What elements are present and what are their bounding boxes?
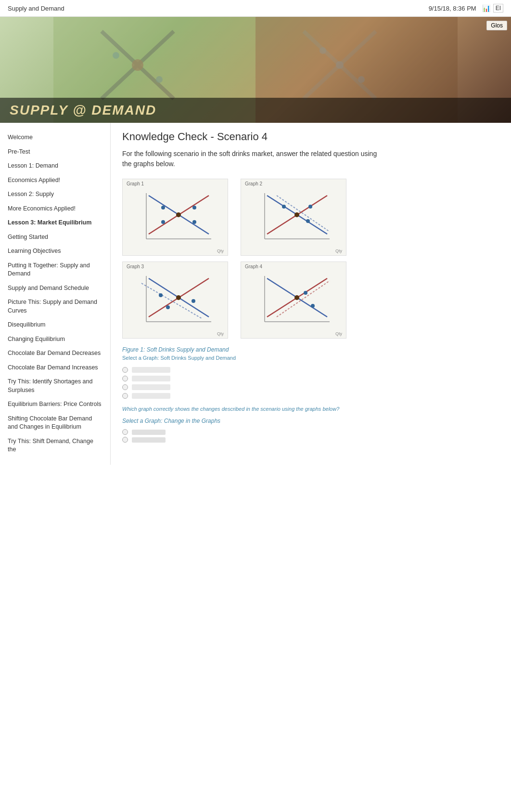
sidebar-item-changing-eq[interactable]: Changing Equilibrium <box>6 332 104 347</box>
sidebar-item-schedule[interactable]: Supply and Demand Schedule <box>6 281 104 296</box>
radio-item-3[interactable] <box>122 383 499 392</box>
svg-point-28 <box>308 205 312 209</box>
radio-label-3 <box>132 384 170 390</box>
svg-point-17 <box>161 206 165 210</box>
svg-line-25 <box>277 196 330 232</box>
sidebar-item-lesson2[interactable]: Lesson 2: Supply <box>6 187 104 202</box>
svg-point-10 <box>319 47 326 54</box>
graph-1-inner <box>137 188 214 246</box>
graph-2-inner <box>255 188 332 246</box>
graph-box-4[interactable]: Graph 4 Qty <box>241 262 346 339</box>
svg-point-16 <box>176 212 181 217</box>
sidebar-item-econ-applied[interactable]: Economics Applied! <box>6 173 104 188</box>
sidebar-item-choc-decrease[interactable]: Chocolate Bar Demand Decreases <box>6 346 104 361</box>
svg-point-11 <box>358 76 365 83</box>
radio-circle-2[interactable] <box>122 376 128 381</box>
sidebar-item-learning-objectives[interactable]: Learning Objectives <box>6 244 104 259</box>
svg-point-45 <box>304 291 307 295</box>
svg-point-9 <box>156 76 163 83</box>
radio-item2-2[interactable] <box>122 436 499 444</box>
sidebar-item-welcome[interactable]: Welcome <box>6 131 104 145</box>
graph-3-label: Graph 3 <box>127 264 144 269</box>
graph-4-inner <box>255 271 332 329</box>
radio-circle-1[interactable] <box>122 367 128 373</box>
graph-4-qty: Qty <box>335 331 342 336</box>
radio-label-1 <box>132 367 170 373</box>
radio-circle-3[interactable] <box>122 384 128 390</box>
hero-text: SUPPLY @ DEMAND <box>10 103 156 118</box>
svg-point-18 <box>192 206 196 210</box>
graph-3-qty: Qty <box>217 331 224 336</box>
main-layout: Welcome Pre-Test Lesson 1: Demand Econom… <box>0 123 511 465</box>
radio-label-4 <box>132 393 170 399</box>
section2-description: Which graph correctly shows the changes … <box>122 406 353 412</box>
sidebar-item-putting-together[interactable]: Putting It Together: Supply and Demand <box>6 259 104 281</box>
radio-item-2[interactable] <box>122 374 499 383</box>
hero-banner: SUPPLY @ DEMAND Glos <box>0 17 511 123</box>
radio-group-2 <box>122 428 499 444</box>
graph-2-qty: Qty <box>335 249 342 253</box>
radio-item2-1[interactable] <box>122 428 499 436</box>
radio-label2-2 <box>132 437 166 443</box>
graph-3-svg <box>137 271 214 329</box>
radio-circle-4[interactable] <box>122 393 128 399</box>
graph-3-inner <box>137 271 214 329</box>
graph-box-2[interactable]: Graph 2 Qty <box>241 179 346 256</box>
sidebar-item-picture-this[interactable]: Picture This: Supply and Demand Curves <box>6 295 104 318</box>
graph-1-label: Graph 1 <box>127 181 144 186</box>
svg-point-44 <box>294 295 299 300</box>
top-bar-right: 9/15/18, 8:36 PM 📊 EI <box>429 4 503 13</box>
section1-sub: Select a Graph: Soft Drinks Supply and D… <box>122 355 499 361</box>
sidebar-item-lesson3[interactable]: Lesson 3: Market Equilibrium <box>6 216 104 230</box>
sidebar-item-price-controls[interactable]: Equilibrium Barriers: Price Controls <box>6 397 104 412</box>
svg-point-6 <box>132 59 143 71</box>
svg-point-29 <box>306 219 310 223</box>
sidebar-item-try-shift[interactable]: Try This: Shift Demand, Change the <box>6 434 104 457</box>
graph-2-label: Graph 2 <box>245 181 262 186</box>
sidebar-item-shifting-choc[interactable]: Shifting Chocolate Bar Demand and Change… <box>6 412 104 434</box>
top-bar: Supply and Demand 9/15/18, 8:36 PM 📊 EI <box>0 0 511 17</box>
sidebar-item-identify-shortages[interactable]: Try This: Identify Shortages and Surplus… <box>6 375 104 397</box>
sidebar-item-pretest[interactable]: Pre-Test <box>6 145 104 159</box>
sidebar: Welcome Pre-Test Lesson 1: Demand Econom… <box>0 123 111 465</box>
page-description: For the following scenario in the soft d… <box>122 149 387 169</box>
svg-point-37 <box>192 299 195 303</box>
app-title: Supply and Demand <box>8 5 64 12</box>
radio-label-2 <box>132 376 170 381</box>
datetime: 9/15/18, 8:36 PM <box>429 5 476 12</box>
sidebar-item-lesson1[interactable]: Lesson 1: Demand <box>6 159 104 173</box>
svg-line-43 <box>277 281 330 317</box>
graph-4-label: Graph 4 <box>245 264 262 269</box>
sidebar-item-choc-increase[interactable]: Chocolate Bar Demand Increases <box>6 361 104 375</box>
sidebar-item-disequilibrium[interactable]: Disequilibrium <box>6 318 104 332</box>
ei-icon[interactable]: EI <box>493 4 503 13</box>
svg-point-19 <box>161 220 165 224</box>
content-area: Knowledge Check - Scenario 4 For the fol… <box>111 123 511 465</box>
graph-box-3[interactable]: Graph 3 Qty <box>122 262 228 339</box>
graph-2-svg <box>255 188 332 246</box>
svg-point-27 <box>282 205 286 209</box>
graph-box-1[interactable]: Graph 1 <box>122 179 228 256</box>
svg-point-35 <box>176 295 181 300</box>
radio-label2-1 <box>132 430 166 435</box>
graph-1-svg <box>137 188 214 246</box>
glos-button[interactable]: Glos <box>486 21 507 30</box>
section2-header: Select a Graph: Change in the Graphs <box>122 418 499 424</box>
hero-overlay: SUPPLY @ DEMAND <box>0 98 511 123</box>
graph-1-qty: Qty <box>217 249 224 253</box>
top-bar-icons: 📊 EI <box>482 4 503 13</box>
svg-point-7 <box>336 61 344 69</box>
section1-label: Figure 1: Soft Drinks Supply and Demand <box>122 346 499 353</box>
radio-circle2-2[interactable] <box>122 437 128 443</box>
sidebar-item-getting-started[interactable]: Getting Started <box>6 230 104 245</box>
svg-point-26 <box>294 212 299 217</box>
svg-point-36 <box>159 293 163 297</box>
radio-group-1 <box>122 366 499 400</box>
svg-point-46 <box>311 304 315 308</box>
chart-icon[interactable]: 📊 <box>482 4 490 12</box>
radio-circle2-1[interactable] <box>122 429 128 435</box>
radio-item-1[interactable] <box>122 366 499 374</box>
radio-item-4[interactable] <box>122 392 499 400</box>
sidebar-item-more-econ[interactable]: More Economics Applied! <box>6 202 104 216</box>
svg-point-38 <box>166 305 170 309</box>
